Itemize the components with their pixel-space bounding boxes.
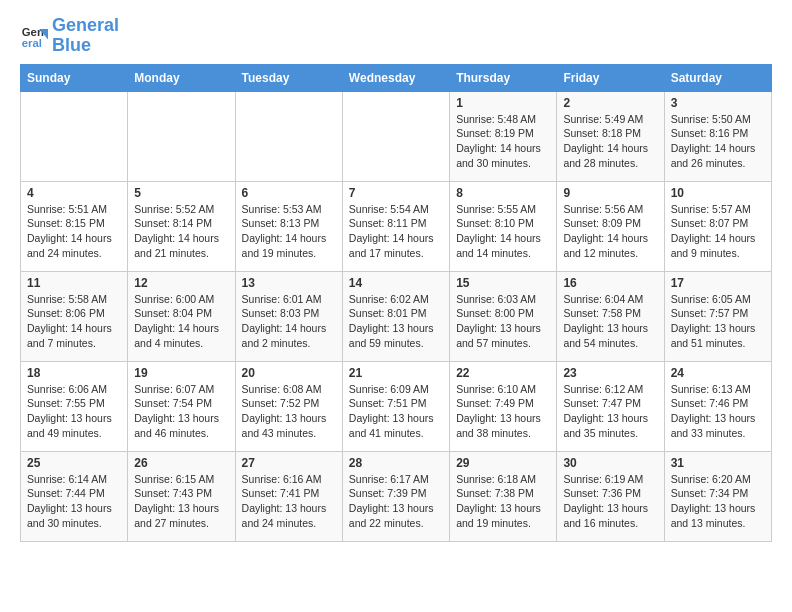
calendar-cell: 5Sunrise: 5:52 AMSunset: 8:14 PMDaylight… xyxy=(128,181,235,271)
day-number: 10 xyxy=(671,186,765,200)
col-header-thursday: Thursday xyxy=(450,64,557,91)
day-info: Sunrise: 6:12 AMSunset: 7:47 PMDaylight:… xyxy=(563,382,657,441)
calendar-cell: 23Sunrise: 6:12 AMSunset: 7:47 PMDayligh… xyxy=(557,361,664,451)
day-number: 9 xyxy=(563,186,657,200)
calendar-cell: 2Sunrise: 5:49 AMSunset: 8:18 PMDaylight… xyxy=(557,91,664,181)
day-number: 1 xyxy=(456,96,550,110)
day-number: 28 xyxy=(349,456,443,470)
day-number: 31 xyxy=(671,456,765,470)
calendar-cell: 13Sunrise: 6:01 AMSunset: 8:03 PMDayligh… xyxy=(235,271,342,361)
day-info: Sunrise: 6:07 AMSunset: 7:54 PMDaylight:… xyxy=(134,382,228,441)
day-info: Sunrise: 6:17 AMSunset: 7:39 PMDaylight:… xyxy=(349,472,443,531)
calendar-week-row: 1Sunrise: 5:48 AMSunset: 8:19 PMDaylight… xyxy=(21,91,772,181)
calendar-week-row: 18Sunrise: 6:06 AMSunset: 7:55 PMDayligh… xyxy=(21,361,772,451)
calendar-cell: 9Sunrise: 5:56 AMSunset: 8:09 PMDaylight… xyxy=(557,181,664,271)
logo-icon: Gen eral xyxy=(20,22,48,50)
day-info: Sunrise: 5:49 AMSunset: 8:18 PMDaylight:… xyxy=(563,112,657,171)
day-number: 6 xyxy=(242,186,336,200)
calendar-cell: 26Sunrise: 6:15 AMSunset: 7:43 PMDayligh… xyxy=(128,451,235,541)
day-number: 7 xyxy=(349,186,443,200)
day-number: 30 xyxy=(563,456,657,470)
day-info: Sunrise: 6:10 AMSunset: 7:49 PMDaylight:… xyxy=(456,382,550,441)
calendar-cell xyxy=(21,91,128,181)
day-number: 13 xyxy=(242,276,336,290)
day-number: 21 xyxy=(349,366,443,380)
calendar-cell: 16Sunrise: 6:04 AMSunset: 7:58 PMDayligh… xyxy=(557,271,664,361)
calendar-cell: 19Sunrise: 6:07 AMSunset: 7:54 PMDayligh… xyxy=(128,361,235,451)
day-info: Sunrise: 6:08 AMSunset: 7:52 PMDaylight:… xyxy=(242,382,336,441)
day-info: Sunrise: 5:50 AMSunset: 8:16 PMDaylight:… xyxy=(671,112,765,171)
calendar-cell: 30Sunrise: 6:19 AMSunset: 7:36 PMDayligh… xyxy=(557,451,664,541)
day-number: 17 xyxy=(671,276,765,290)
calendar-cell: 28Sunrise: 6:17 AMSunset: 7:39 PMDayligh… xyxy=(342,451,449,541)
calendar-header-row: SundayMondayTuesdayWednesdayThursdayFrid… xyxy=(21,64,772,91)
day-number: 20 xyxy=(242,366,336,380)
day-number: 11 xyxy=(27,276,121,290)
calendar-cell: 14Sunrise: 6:02 AMSunset: 8:01 PMDayligh… xyxy=(342,271,449,361)
svg-text:eral: eral xyxy=(22,36,42,48)
day-info: Sunrise: 5:48 AMSunset: 8:19 PMDaylight:… xyxy=(456,112,550,171)
page-header: Gen eral GeneralBlue xyxy=(20,16,772,56)
calendar-cell: 18Sunrise: 6:06 AMSunset: 7:55 PMDayligh… xyxy=(21,361,128,451)
day-info: Sunrise: 6:01 AMSunset: 8:03 PMDaylight:… xyxy=(242,292,336,351)
day-number: 12 xyxy=(134,276,228,290)
calendar-cell: 4Sunrise: 5:51 AMSunset: 8:15 PMDaylight… xyxy=(21,181,128,271)
day-number: 26 xyxy=(134,456,228,470)
day-info: Sunrise: 6:00 AMSunset: 8:04 PMDaylight:… xyxy=(134,292,228,351)
day-info: Sunrise: 6:05 AMSunset: 7:57 PMDaylight:… xyxy=(671,292,765,351)
day-info: Sunrise: 5:52 AMSunset: 8:14 PMDaylight:… xyxy=(134,202,228,261)
calendar-cell: 6Sunrise: 5:53 AMSunset: 8:13 PMDaylight… xyxy=(235,181,342,271)
day-info: Sunrise: 5:51 AMSunset: 8:15 PMDaylight:… xyxy=(27,202,121,261)
day-info: Sunrise: 5:58 AMSunset: 8:06 PMDaylight:… xyxy=(27,292,121,351)
calendar-cell: 8Sunrise: 5:55 AMSunset: 8:10 PMDaylight… xyxy=(450,181,557,271)
day-number: 3 xyxy=(671,96,765,110)
col-header-saturday: Saturday xyxy=(664,64,771,91)
day-number: 24 xyxy=(671,366,765,380)
day-info: Sunrise: 5:53 AMSunset: 8:13 PMDaylight:… xyxy=(242,202,336,261)
day-info: Sunrise: 6:09 AMSunset: 7:51 PMDaylight:… xyxy=(349,382,443,441)
calendar-cell: 10Sunrise: 5:57 AMSunset: 8:07 PMDayligh… xyxy=(664,181,771,271)
day-info: Sunrise: 6:14 AMSunset: 7:44 PMDaylight:… xyxy=(27,472,121,531)
day-number: 22 xyxy=(456,366,550,380)
day-info: Sunrise: 6:18 AMSunset: 7:38 PMDaylight:… xyxy=(456,472,550,531)
calendar-cell: 25Sunrise: 6:14 AMSunset: 7:44 PMDayligh… xyxy=(21,451,128,541)
day-info: Sunrise: 6:06 AMSunset: 7:55 PMDaylight:… xyxy=(27,382,121,441)
calendar-cell: 1Sunrise: 5:48 AMSunset: 8:19 PMDaylight… xyxy=(450,91,557,181)
day-info: Sunrise: 6:04 AMSunset: 7:58 PMDaylight:… xyxy=(563,292,657,351)
calendar-cell: 17Sunrise: 6:05 AMSunset: 7:57 PMDayligh… xyxy=(664,271,771,361)
col-header-sunday: Sunday xyxy=(21,64,128,91)
calendar-cell: 31Sunrise: 6:20 AMSunset: 7:34 PMDayligh… xyxy=(664,451,771,541)
day-number: 14 xyxy=(349,276,443,290)
day-info: Sunrise: 5:55 AMSunset: 8:10 PMDaylight:… xyxy=(456,202,550,261)
calendar-cell xyxy=(128,91,235,181)
calendar-cell: 7Sunrise: 5:54 AMSunset: 8:11 PMDaylight… xyxy=(342,181,449,271)
day-number: 23 xyxy=(563,366,657,380)
day-number: 29 xyxy=(456,456,550,470)
calendar-cell xyxy=(342,91,449,181)
day-info: Sunrise: 5:56 AMSunset: 8:09 PMDaylight:… xyxy=(563,202,657,261)
calendar-cell: 22Sunrise: 6:10 AMSunset: 7:49 PMDayligh… xyxy=(450,361,557,451)
logo: Gen eral GeneralBlue xyxy=(20,16,119,56)
calendar-cell: 3Sunrise: 5:50 AMSunset: 8:16 PMDaylight… xyxy=(664,91,771,181)
calendar-week-row: 4Sunrise: 5:51 AMSunset: 8:15 PMDaylight… xyxy=(21,181,772,271)
calendar-cell: 15Sunrise: 6:03 AMSunset: 8:00 PMDayligh… xyxy=(450,271,557,361)
logo-text: GeneralBlue xyxy=(52,16,119,56)
day-number: 19 xyxy=(134,366,228,380)
calendar-cell: 12Sunrise: 6:00 AMSunset: 8:04 PMDayligh… xyxy=(128,271,235,361)
calendar-cell: 24Sunrise: 6:13 AMSunset: 7:46 PMDayligh… xyxy=(664,361,771,451)
day-number: 8 xyxy=(456,186,550,200)
col-header-monday: Monday xyxy=(128,64,235,91)
calendar-cell: 21Sunrise: 6:09 AMSunset: 7:51 PMDayligh… xyxy=(342,361,449,451)
day-info: Sunrise: 5:54 AMSunset: 8:11 PMDaylight:… xyxy=(349,202,443,261)
day-info: Sunrise: 6:19 AMSunset: 7:36 PMDaylight:… xyxy=(563,472,657,531)
calendar-cell xyxy=(235,91,342,181)
col-header-wednesday: Wednesday xyxy=(342,64,449,91)
day-number: 16 xyxy=(563,276,657,290)
day-number: 4 xyxy=(27,186,121,200)
day-number: 2 xyxy=(563,96,657,110)
day-number: 15 xyxy=(456,276,550,290)
day-info: Sunrise: 6:13 AMSunset: 7:46 PMDaylight:… xyxy=(671,382,765,441)
day-info: Sunrise: 5:57 AMSunset: 8:07 PMDaylight:… xyxy=(671,202,765,261)
calendar-cell: 27Sunrise: 6:16 AMSunset: 7:41 PMDayligh… xyxy=(235,451,342,541)
day-info: Sunrise: 6:15 AMSunset: 7:43 PMDaylight:… xyxy=(134,472,228,531)
